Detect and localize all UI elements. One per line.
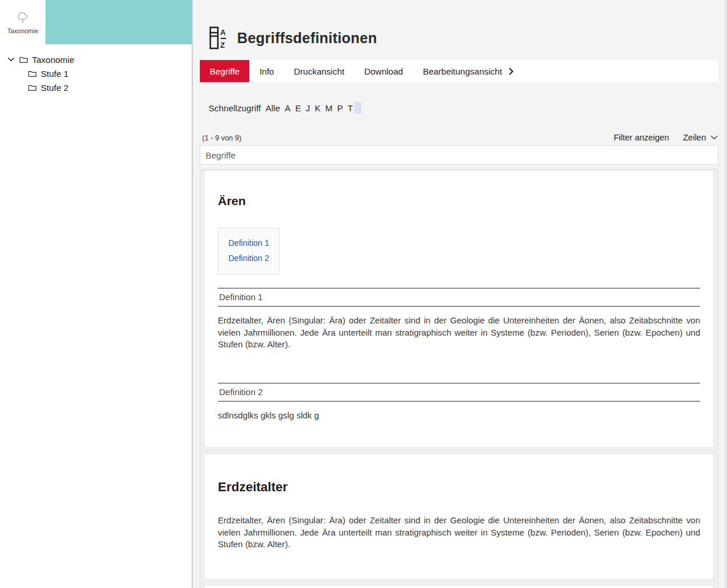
taxonomy-tree: Taxonomie Stufe 1 Stufe 2 bbox=[0, 44, 192, 94]
tree-node-taxonomie[interactable]: Taxonomie bbox=[7, 52, 192, 66]
definition-text: Erdzeitalter, Ären (Singular: Ära) oder … bbox=[218, 515, 700, 551]
chevron-down-icon[interactable] bbox=[7, 55, 15, 64]
quick-access-label: Schnellzugriff bbox=[209, 103, 261, 113]
tab-download[interactable]: Download bbox=[354, 60, 413, 82]
tab-info[interactable]: Info bbox=[249, 60, 284, 82]
tab-bearbeitungsansicht[interactable]: Bearbeitungsansicht bbox=[413, 60, 525, 82]
definition-text: Erdzeitalter, Ären (Singular: Ära) oder … bbox=[218, 315, 700, 351]
taxonomy-sidebar: Taxonomie Taxonomie Stufe 1 bbox=[0, 0, 193, 588]
quick-access-bar: Schnellzugriff Alle A E J K M P T bbox=[200, 102, 718, 114]
results-list: Ären Definition 1 Definition 2 Definitio… bbox=[200, 169, 718, 588]
result-count: (1 - 9 von 9) bbox=[202, 134, 241, 142]
definition-1-link[interactable]: Definition 1 bbox=[228, 235, 269, 251]
chevron-down-icon bbox=[710, 135, 718, 140]
quick-access-letter[interactable]: J bbox=[306, 103, 310, 113]
filter-toggle[interactable]: Filter anzeigen bbox=[613, 133, 669, 142]
selection-highlight bbox=[354, 102, 361, 114]
term-title: Erdzeitalter bbox=[218, 480, 700, 495]
teal-banner bbox=[45, 0, 192, 44]
definition-text: sdlnsdglks gkls gslg sldk g bbox=[218, 410, 700, 422]
svg-text:Z: Z bbox=[220, 41, 225, 50]
glossary-az-icon: A Z bbox=[209, 26, 230, 50]
quick-access-letter[interactable]: T bbox=[348, 103, 353, 113]
definition-label: Definition 1 bbox=[218, 288, 700, 306]
definition-2-link[interactable]: Definition 2 bbox=[228, 251, 269, 266]
rows-dropdown[interactable]: Zeilen bbox=[683, 133, 719, 142]
definition-section-1: Definition 1 Erdzeitalter, Ären (Singula… bbox=[218, 288, 700, 351]
quick-access-letter[interactable]: A bbox=[285, 103, 291, 113]
sidebar-toolbar: Taxonomie bbox=[0, 0, 192, 44]
folder-icon bbox=[27, 83, 37, 93]
result-meta-row: (1 - 9 von 9) Filter anzeigen Zeilen bbox=[200, 133, 718, 142]
quick-access-letter[interactable]: M bbox=[325, 103, 333, 113]
taxonomy-tool-label: Taxonomie bbox=[7, 27, 38, 34]
definition-label: Definition 2 bbox=[218, 383, 700, 401]
column-header-begriffe: Begriffe bbox=[200, 145, 718, 165]
vertical-scrollbar[interactable] bbox=[725, 0, 727, 588]
divider bbox=[218, 401, 700, 402]
taxonomy-tool-button[interactable]: Taxonomie bbox=[0, 0, 45, 44]
tab-bar: Begriffe Info Druckansicht Download Bear… bbox=[200, 60, 718, 82]
term-card-erdzeitalter: Erdzeitalter Erdzeitalter, Ären (Singula… bbox=[204, 453, 714, 579]
tab-begriffe[interactable]: Begriffe bbox=[200, 60, 249, 82]
quick-access-letter[interactable]: P bbox=[337, 103, 343, 113]
svg-text:A: A bbox=[220, 28, 226, 37]
tree-node-stufe-1[interactable]: Stufe 1 bbox=[27, 66, 192, 80]
definition-section-2: Definition 2 sdlnsdglks gkls gslg sldk g bbox=[218, 383, 700, 422]
term-card-aeren: Ären Definition 1 Definition 2 Definitio… bbox=[204, 170, 714, 448]
folder-icon bbox=[19, 55, 29, 65]
page-header: A Z Begriffsdefinitionen bbox=[193, 0, 727, 60]
page-title: Begriffsdefinitionen bbox=[237, 30, 377, 47]
chevron-right-icon bbox=[507, 68, 515, 75]
tree-node-label: Stufe 1 bbox=[41, 69, 69, 79]
divider bbox=[218, 306, 700, 307]
main-panel: A Z Begriffsdefinitionen Begriffe Info D… bbox=[193, 0, 727, 588]
tree-node-stufe-2[interactable]: Stufe 2 bbox=[27, 80, 192, 94]
quick-access-alle[interactable]: Alle bbox=[266, 103, 280, 113]
quick-access-letter[interactable]: E bbox=[295, 103, 301, 113]
term-title: Ären bbox=[218, 194, 700, 208]
quick-access-letter[interactable]: K bbox=[315, 103, 320, 113]
folder-icon bbox=[27, 69, 37, 79]
tree-node-label: Stufe 2 bbox=[41, 83, 69, 93]
tree-icon bbox=[15, 10, 30, 26]
tab-druckansicht[interactable]: Druckansicht bbox=[284, 60, 354, 82]
term-card-partial bbox=[204, 585, 714, 588]
tree-node-label: Taxonomie bbox=[32, 55, 75, 65]
definition-links-box: Definition 1 Definition 2 bbox=[218, 228, 280, 274]
